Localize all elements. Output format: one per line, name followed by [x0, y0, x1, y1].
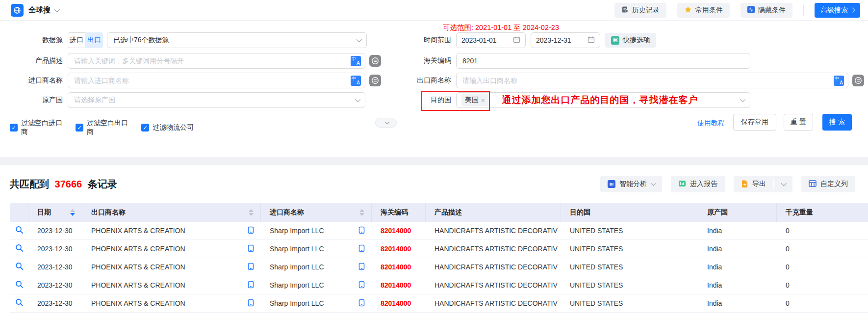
- summary-suffix: 条记录: [88, 179, 117, 189]
- hs-code-input[interactable]: [462, 57, 746, 65]
- product-desc-label: 产品描述: [0, 56, 68, 65]
- translate-icon[interactable]: 中A: [834, 76, 844, 86]
- product-desc-input[interactable]: [74, 57, 351, 65]
- header-date[interactable]: 日期: [28, 203, 82, 222]
- sort-icon[interactable]: [70, 209, 75, 216]
- row-detail-search-icon[interactable]: [15, 262, 24, 272]
- checkbox-checked-icon[interactable]: ✓: [76, 124, 83, 132]
- translate-icon[interactable]: 中A: [351, 76, 361, 86]
- cell-origin: India: [698, 227, 777, 235]
- destination-select[interactable]: 美国 × 通过添加您出口产品的目的国，寻找潜在客户: [456, 92, 750, 108]
- cell-importer: Sharp Import LLC: [261, 244, 372, 254]
- filter-logistics-checkbox[interactable]: ✓ 过滤物流公司: [141, 123, 200, 132]
- copy-icon[interactable]: [248, 226, 254, 236]
- copy-icon[interactable]: [358, 281, 365, 290]
- copy-icon[interactable]: [248, 281, 254, 290]
- copy-icon[interactable]: [358, 263, 365, 272]
- collapse-form-button[interactable]: [375, 118, 397, 128]
- cell-hs-code[interactable]: 82014000: [372, 299, 426, 307]
- page-title: 全球搜: [28, 5, 51, 15]
- header-origin: 原产国: [698, 203, 777, 222]
- end-date-input[interactable]: [536, 36, 581, 44]
- star-icon: [684, 6, 692, 15]
- time-range-label: 时间范围: [387, 36, 456, 45]
- calendar-icon[interactable]: [587, 36, 595, 45]
- report-icon: [678, 180, 686, 189]
- importer-input[interactable]: [74, 77, 351, 84]
- copy-icon[interactable]: [248, 263, 254, 272]
- row-detail-search-icon[interactable]: [15, 280, 24, 290]
- calendar-icon[interactable]: [513, 36, 520, 45]
- import-toggle[interactable]: 进口: [68, 32, 85, 48]
- export-dropdown-button[interactable]: [774, 176, 792, 192]
- chevron-down-icon[interactable]: [54, 6, 60, 12]
- quick-options-button[interactable]: ⌘ 快捷选项: [605, 33, 656, 48]
- checkbox-label: 过滤物流公司: [153, 123, 194, 132]
- header-detail-column: [10, 203, 28, 222]
- header-destination: 目的国: [561, 203, 698, 222]
- row-detail-search-icon[interactable]: [15, 298, 24, 308]
- importer-name: Sharp Import LLC: [270, 245, 324, 253]
- smart-analysis-button[interactable]: BI 智能分析: [600, 176, 662, 192]
- sort-icon[interactable]: [359, 209, 364, 216]
- start-date-field[interactable]: [456, 32, 526, 48]
- translate-icon[interactable]: 中A: [351, 56, 361, 66]
- filter-blank-exporter-checkbox[interactable]: ✓ 过滤空白出口商: [76, 119, 134, 136]
- row-detail-search-icon[interactable]: [15, 226, 24, 236]
- history-button[interactable]: 历史记录: [614, 3, 666, 18]
- copy-icon[interactable]: [358, 299, 365, 308]
- exporter-field: 中A: [456, 73, 848, 88]
- export-toggle[interactable]: 出口: [85, 32, 103, 48]
- copy-icon[interactable]: [358, 244, 365, 254]
- cell-hs-code[interactable]: 82014000: [372, 245, 426, 253]
- export-button[interactable]: 导出: [734, 176, 773, 192]
- reset-button[interactable]: 重 置: [784, 114, 813, 131]
- tag-remove-icon[interactable]: ×: [481, 97, 485, 104]
- cell-importer: Sharp Import LLC: [261, 281, 372, 290]
- data-source-select[interactable]: 已选中76个数据源: [107, 32, 367, 48]
- copy-icon[interactable]: [248, 244, 254, 254]
- exclude-icon[interactable]: [369, 55, 381, 67]
- checkbox-checked-icon[interactable]: ✓: [141, 124, 149, 132]
- cell-exporter: PHOENIX ARTS & CREATION: [82, 244, 261, 254]
- importer-label: 进口商名称: [0, 76, 68, 85]
- cell-origin: India: [698, 245, 777, 253]
- save-common-button[interactable]: 保存常用: [733, 114, 776, 131]
- exporter-input[interactable]: [462, 77, 834, 84]
- results-table: 日期 出口商名称 进口商名称 海关编码 产品描述 目的国 原产国 千克重量 20…: [10, 203, 868, 313]
- cell-hs-code[interactable]: 82014000: [372, 227, 426, 235]
- summary-prefix: 共匹配到: [10, 179, 49, 189]
- hide-conditions-button[interactable]: 隐藏条件: [740, 3, 792, 18]
- sort-icon[interactable]: [249, 209, 254, 216]
- hs-code-label: 海关编码: [387, 56, 456, 65]
- copy-icon[interactable]: [248, 299, 254, 308]
- cell-destination: UNITED STATES: [561, 281, 698, 289]
- start-date-input[interactable]: [461, 36, 507, 44]
- custom-columns-button[interactable]: 自定义列: [801, 176, 855, 192]
- advanced-search-button[interactable]: 高级搜索: [815, 3, 860, 18]
- cell-hs-code[interactable]: 82014000: [372, 263, 426, 271]
- export-button-group: 导出: [734, 176, 792, 192]
- origin-select[interactable]: 请选择原产国: [68, 92, 365, 108]
- copy-icon[interactable]: [358, 226, 365, 236]
- search-form: 可选范围: 2021-01-01 至 2024-02-23 数据源 进口 出口 …: [0, 21, 868, 157]
- cell-hs-code[interactable]: 82014000: [372, 281, 426, 289]
- end-date-field[interactable]: [531, 32, 600, 48]
- exclude-icon[interactable]: [369, 75, 381, 86]
- quick-options-label: 快捷选项: [623, 36, 650, 45]
- search-button[interactable]: 搜 索: [822, 114, 852, 131]
- chevron-down-icon: [355, 97, 360, 102]
- header-exporter[interactable]: 出口商名称: [82, 203, 261, 222]
- row-detail-search-icon[interactable]: [15, 244, 24, 254]
- enter-report-button[interactable]: 进入报告: [671, 176, 725, 192]
- exclude-icon[interactable]: [852, 75, 864, 86]
- header-importer[interactable]: 进口商名称: [261, 203, 372, 222]
- chevron-down-icon: [651, 181, 656, 186]
- checkbox-checked-icon[interactable]: ✓: [10, 124, 18, 132]
- table-row: 2023-12-30 PHOENIX ARTS & CREATION Sharp…: [10, 276, 868, 294]
- results-summary: 共匹配到 37666 条记录: [10, 178, 117, 191]
- tutorial-link[interactable]: 使用教程: [697, 119, 725, 128]
- importer-name: Sharp Import LLC: [270, 263, 324, 271]
- filter-blank-importer-checkbox[interactable]: ✓ 过滤空白进口商: [10, 119, 69, 136]
- favorites-button[interactable]: 常用条件: [677, 3, 730, 18]
